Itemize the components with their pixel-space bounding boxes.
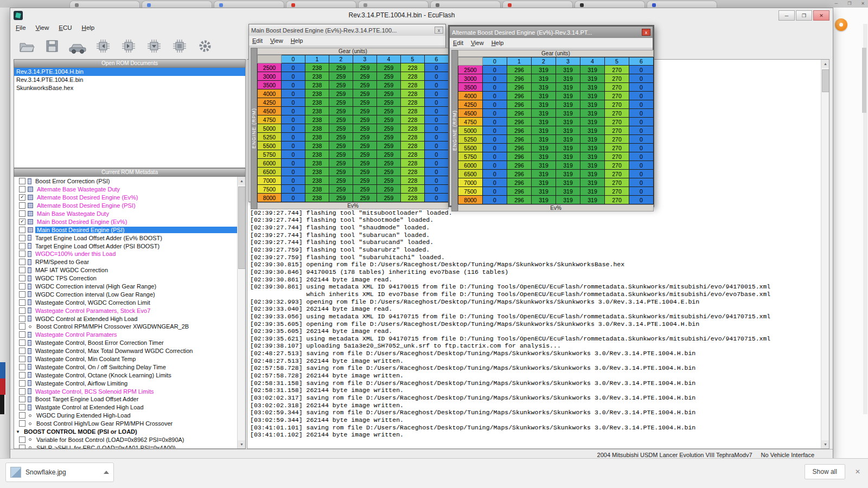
table-cell[interactable]: 0 — [282, 81, 305, 89]
scroll-down-icon[interactable]: ▼ — [821, 440, 829, 448]
rpm-row-header[interactable]: 8000 — [458, 196, 483, 204]
table-cell[interactable]: 0 — [483, 144, 507, 152]
metadata-item[interactable]: Alternate Boost Desired Engine (PSI) — [14, 202, 237, 210]
gear-column-header[interactable]: 5 — [605, 57, 629, 66]
browser-tab[interactable] — [214, 1, 284, 8]
metadata-item[interactable]: Wastgate Control, BCS Solenoid RPM Limit… — [14, 387, 237, 395]
table-cell[interactable]: 270 — [605, 92, 629, 100]
menu-help[interactable]: Help — [291, 37, 303, 44]
metadata-item[interactable]: RPM/Speed to Gear — [14, 258, 237, 266]
rpm-row-header[interactable]: 5250 — [258, 133, 282, 142]
table-cell[interactable]: 296 — [507, 178, 532, 187]
browser-close-icon[interactable]: ✕ — [861, 1, 865, 6]
table-checkbox[interactable] — [19, 243, 25, 249]
table-cell[interactable]: 238 — [305, 107, 329, 115]
metadata-item-label[interactable]: WGDC TPS Correction — [34, 275, 98, 281]
table-cell[interactable]: 238 — [305, 185, 329, 194]
metadata-item[interactable]: WGDC During Extended High-Load — [14, 412, 237, 420]
show-all-button[interactable]: Show all — [805, 464, 845, 479]
table-checkbox[interactable] — [19, 404, 25, 410]
table-cell[interactable]: 0 — [282, 124, 305, 133]
table-cell[interactable]: 296 — [507, 74, 532, 83]
rpm-row-header[interactable]: 4750 — [258, 115, 282, 124]
metadata-item-label[interactable]: WGDC Correction interval (Low Gear Range… — [34, 291, 157, 298]
metadata-item-label[interactable]: WGDC During Extended High-Load — [35, 412, 132, 419]
table-cell[interactable]: 0 — [629, 126, 654, 135]
table-cell[interactable]: 238 — [305, 72, 329, 81]
table-cell[interactable]: 270 — [605, 74, 629, 83]
table-cell[interactable]: 259 — [329, 150, 353, 159]
table-cell[interactable]: 270 — [605, 109, 629, 118]
rom-document-item[interactable]: Rev.3.14.PTE.1004.E.bin — [14, 76, 245, 84]
table-cell[interactable]: 319 — [556, 144, 580, 152]
table-cell[interactable]: 319 — [580, 83, 605, 92]
open-rom-button[interactable] — [16, 35, 37, 57]
table-checkbox[interactable] — [19, 267, 25, 273]
table-cell[interactable]: 270 — [605, 170, 629, 178]
metadata-item-label[interactable]: WGDC=100% under this Load — [34, 251, 117, 257]
metadata-scrollbar[interactable]: ▲ ▼ — [237, 177, 245, 448]
taskbar-icon-fragment-dark[interactable] — [0, 395, 5, 414]
table-cell[interactable]: 270 — [605, 66, 629, 74]
table-cell[interactable]: 259 — [377, 124, 401, 133]
metadata-item-label[interactable]: Main Base Wastegate Duty — [35, 210, 111, 217]
table-cell[interactable]: 259 — [353, 81, 377, 89]
table-cell[interactable]: 0 — [483, 152, 507, 161]
metadata-item[interactable]: WGDC=100% under this Load — [14, 250, 237, 258]
metadata-item[interactable]: Target Engine Load Offset Adder (PSI BOO… — [14, 242, 237, 250]
test-write-button[interactable] — [169, 35, 190, 57]
table-cell[interactable]: 0 — [629, 187, 654, 196]
table-cell[interactable]: 270 — [605, 196, 629, 204]
table-cell[interactable]: 238 — [305, 194, 329, 202]
table-cell[interactable]: 296 — [507, 118, 532, 126]
table-cell[interactable]: 270 — [605, 83, 629, 92]
table-checkbox[interactable] — [19, 412, 25, 419]
menu-ecu[interactable]: ECU — [59, 24, 72, 31]
table-cell[interactable]: 259 — [377, 107, 401, 115]
table-cell[interactable]: 259 — [329, 98, 353, 107]
metadata-item[interactable]: Boost Control High/Low Gear RPM/MPH Cros… — [14, 420, 237, 428]
table-cell[interactable]: 0 — [282, 115, 305, 124]
table-cell[interactable]: 296 — [507, 170, 532, 178]
table-cell[interactable]: 296 — [507, 126, 532, 135]
table-cell[interactable]: 0 — [629, 74, 654, 83]
metadata-item[interactable]: Wastegate Control Paramaters — [14, 331, 237, 339]
table-cell[interactable]: 259 — [329, 63, 353, 72]
metadata-item[interactable]: Variable for Boost Control (LOAD=0x8962 … — [14, 436, 237, 444]
gear-column-header[interactable]: 6 — [425, 55, 449, 63]
download-item[interactable]: Snowflake.jpg — [5, 463, 114, 482]
table-cell[interactable]: 319 — [532, 92, 556, 100]
table-cell[interactable]: 319 — [580, 196, 605, 204]
table-cell[interactable]: 259 — [329, 89, 353, 98]
table-cell[interactable]: 0 — [425, 81, 449, 89]
table-cell[interactable]: 0 — [629, 178, 654, 187]
table-checkbox[interactable] — [19, 388, 25, 395]
browser-scrollbar[interactable] — [863, 24, 867, 414]
table-cell[interactable]: 259 — [329, 107, 353, 115]
browser-tab[interactable] — [502, 1, 573, 8]
table-cell[interactable]: 319 — [532, 152, 556, 161]
table-cell[interactable]: 0 — [483, 170, 507, 178]
table-checkbox[interactable] — [19, 235, 25, 241]
table-cell[interactable]: 319 — [556, 74, 580, 83]
table-checkbox[interactable] — [19, 275, 25, 281]
table-cell[interactable]: 0 — [282, 63, 305, 72]
table-cell[interactable]: 259 — [377, 176, 401, 185]
table-cell[interactable]: 259 — [353, 98, 377, 107]
metadata-item[interactable]: WGDC Control at Extended High Load — [14, 314, 237, 323]
table-cell[interactable]: 259 — [329, 124, 353, 133]
read-from-vehicle-button[interactable] — [67, 35, 88, 57]
table-cell[interactable]: 259 — [353, 124, 377, 133]
gear-column-header[interactable]: 1 — [305, 55, 329, 63]
table-cell[interactable]: 319 — [580, 135, 605, 144]
table-cell[interactable]: 259 — [329, 81, 353, 89]
table-checkbox[interactable] — [19, 227, 25, 233]
rpm-row-header[interactable]: 6000 — [458, 161, 483, 170]
table-cell[interactable]: 0 — [629, 83, 654, 92]
table-cell[interactable]: 0 — [483, 92, 507, 100]
metadata-item-label[interactable]: Wastegate Control, Octane (Knock Learnin… — [34, 372, 173, 378]
rpm-row-header[interactable]: 4500 — [258, 107, 282, 115]
table-checkbox[interactable] — [19, 299, 25, 306]
table-cell[interactable]: 319 — [532, 135, 556, 144]
metadata-item-label[interactable]: Alternate Boost Desired Engine (Ev%) — [35, 194, 139, 201]
